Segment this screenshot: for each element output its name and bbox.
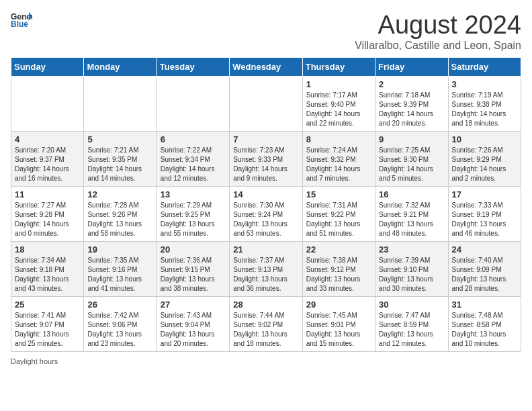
calendar-cell: 11Sunrise: 7:27 AM Sunset: 9:28 PM Dayli… xyxy=(11,187,84,242)
day-number: 10 xyxy=(452,134,517,144)
column-header-wednesday: Wednesday xyxy=(230,58,302,77)
day-info: Sunrise: 7:20 AM Sunset: 9:37 PM Dayligh… xyxy=(15,146,80,183)
calendar-cell: 25Sunrise: 7:41 AM Sunset: 9:07 PM Dayli… xyxy=(11,297,84,352)
calendar-cell: 3Sunrise: 7:19 AM Sunset: 9:38 PM Daylig… xyxy=(448,77,521,132)
calendar-cell xyxy=(84,77,157,132)
page-header: General Blue August 2024 Villaralbo, Cas… xyxy=(11,11,521,52)
day-info: Sunrise: 7:33 AM Sunset: 9:19 PM Dayligh… xyxy=(452,201,517,238)
calendar-cell xyxy=(230,77,302,132)
column-header-monday: Monday xyxy=(84,58,157,77)
day-number: 27 xyxy=(161,300,226,310)
day-number: 12 xyxy=(87,189,152,199)
calendar-cell: 4Sunrise: 7:20 AM Sunset: 9:37 PM Daylig… xyxy=(11,132,84,187)
day-number: 17 xyxy=(452,189,517,199)
day-info: Sunrise: 7:26 AM Sunset: 9:29 PM Dayligh… xyxy=(452,146,517,183)
day-info: Sunrise: 7:31 AM Sunset: 9:22 PM Dayligh… xyxy=(306,201,371,238)
week-row-4: 18Sunrise: 7:34 AM Sunset: 9:18 PM Dayli… xyxy=(11,242,521,297)
day-info: Sunrise: 7:45 AM Sunset: 9:01 PM Dayligh… xyxy=(306,311,371,349)
day-number: 25 xyxy=(15,300,80,310)
calendar-cell: 8Sunrise: 7:24 AM Sunset: 9:32 PM Daylig… xyxy=(302,132,375,187)
day-number: 19 xyxy=(87,244,152,255)
calendar-cell: 2Sunrise: 7:18 AM Sunset: 9:39 PM Daylig… xyxy=(375,77,448,132)
calendar-cell: 19Sunrise: 7:35 AM Sunset: 9:16 PM Dayli… xyxy=(84,242,157,297)
calendar-cell: 15Sunrise: 7:31 AM Sunset: 9:22 PM Dayli… xyxy=(302,187,375,242)
week-row-1: 1Sunrise: 7:17 AM Sunset: 9:40 PM Daylig… xyxy=(11,77,521,132)
day-number: 11 xyxy=(15,189,80,199)
day-info: Sunrise: 7:17 AM Sunset: 9:40 PM Dayligh… xyxy=(306,91,371,128)
day-number: 30 xyxy=(379,300,444,310)
calendar-cell: 23Sunrise: 7:39 AM Sunset: 9:10 PM Dayli… xyxy=(375,242,448,297)
logo-icon: General Blue xyxy=(11,11,32,30)
day-info: Sunrise: 7:19 AM Sunset: 9:38 PM Dayligh… xyxy=(452,91,517,128)
month-title: August 2024 xyxy=(355,11,521,40)
location-title: Villaralbo, Castille and Leon, Spain xyxy=(355,40,521,52)
title-block: August 2024 Villaralbo, Castille and Leo… xyxy=(355,11,521,52)
week-row-3: 11Sunrise: 7:27 AM Sunset: 9:28 PM Dayli… xyxy=(11,187,521,242)
column-header-saturday: Saturday xyxy=(448,58,521,77)
calendar-cell: 29Sunrise: 7:45 AM Sunset: 9:01 PM Dayli… xyxy=(302,297,375,352)
day-number: 22 xyxy=(306,244,371,255)
footer: Daylight hours xyxy=(11,357,521,365)
day-info: Sunrise: 7:21 AM Sunset: 9:35 PM Dayligh… xyxy=(87,146,152,183)
calendar-cell: 26Sunrise: 7:42 AM Sunset: 9:06 PM Dayli… xyxy=(84,297,157,352)
calendar-header: SundayMondayTuesdayWednesdayThursdayFrid… xyxy=(11,58,521,77)
calendar-cell: 30Sunrise: 7:47 AM Sunset: 8:59 PM Dayli… xyxy=(375,297,448,352)
calendar-cell: 13Sunrise: 7:29 AM Sunset: 9:25 PM Dayli… xyxy=(157,187,229,242)
calendar-cell xyxy=(11,77,84,132)
calendar-cell: 10Sunrise: 7:26 AM Sunset: 9:29 PM Dayli… xyxy=(448,132,521,187)
calendar-cell: 7Sunrise: 7:23 AM Sunset: 9:33 PM Daylig… xyxy=(230,132,302,187)
calendar-cell: 31Sunrise: 7:48 AM Sunset: 8:58 PM Dayli… xyxy=(448,297,521,352)
day-number: 1 xyxy=(306,79,371,89)
logo: General Blue xyxy=(11,11,32,30)
calendar-table: SundayMondayTuesdayWednesdayThursdayFrid… xyxy=(11,57,521,352)
calendar-cell: 24Sunrise: 7:40 AM Sunset: 9:09 PM Dayli… xyxy=(448,242,521,297)
day-number: 24 xyxy=(452,244,517,255)
calendar-cell: 20Sunrise: 7:36 AM Sunset: 9:15 PM Dayli… xyxy=(157,242,229,297)
day-info: Sunrise: 7:37 AM Sunset: 9:13 PM Dayligh… xyxy=(233,256,298,293)
day-info: Sunrise: 7:48 AM Sunset: 8:58 PM Dayligh… xyxy=(452,311,517,349)
calendar-cell: 27Sunrise: 7:43 AM Sunset: 9:04 PM Dayli… xyxy=(157,297,229,352)
calendar-cell: 14Sunrise: 7:30 AM Sunset: 9:24 PM Dayli… xyxy=(230,187,302,242)
day-number: 29 xyxy=(306,300,371,310)
day-info: Sunrise: 7:30 AM Sunset: 9:24 PM Dayligh… xyxy=(233,201,298,238)
day-number: 28 xyxy=(233,300,298,310)
calendar-cell: 9Sunrise: 7:25 AM Sunset: 9:30 PM Daylig… xyxy=(375,132,448,187)
daylight-label: Daylight hours xyxy=(11,357,58,365)
day-info: Sunrise: 7:24 AM Sunset: 9:32 PM Dayligh… xyxy=(306,146,371,183)
calendar-cell xyxy=(157,77,229,132)
column-header-sunday: Sunday xyxy=(11,58,84,77)
day-info: Sunrise: 7:34 AM Sunset: 9:18 PM Dayligh… xyxy=(15,256,80,293)
day-info: Sunrise: 7:29 AM Sunset: 9:25 PM Dayligh… xyxy=(161,201,226,238)
day-info: Sunrise: 7:27 AM Sunset: 9:28 PM Dayligh… xyxy=(15,201,80,238)
calendar-cell: 22Sunrise: 7:38 AM Sunset: 9:12 PM Dayli… xyxy=(302,242,375,297)
day-number: 7 xyxy=(233,134,298,144)
day-info: Sunrise: 7:35 AM Sunset: 9:16 PM Dayligh… xyxy=(87,256,152,293)
week-row-2: 4Sunrise: 7:20 AM Sunset: 9:37 PM Daylig… xyxy=(11,132,521,187)
day-number: 18 xyxy=(15,244,80,255)
calendar-cell: 18Sunrise: 7:34 AM Sunset: 9:18 PM Dayli… xyxy=(11,242,84,297)
day-number: 5 xyxy=(87,134,152,144)
day-number: 9 xyxy=(379,134,444,144)
calendar-cell: 28Sunrise: 7:44 AM Sunset: 9:02 PM Dayli… xyxy=(230,297,302,352)
day-number: 26 xyxy=(87,300,152,310)
day-number: 6 xyxy=(161,134,226,144)
day-info: Sunrise: 7:40 AM Sunset: 9:09 PM Dayligh… xyxy=(452,256,517,293)
calendar-cell: 1Sunrise: 7:17 AM Sunset: 9:40 PM Daylig… xyxy=(302,77,375,132)
day-info: Sunrise: 7:38 AM Sunset: 9:12 PM Dayligh… xyxy=(306,256,371,293)
day-number: 15 xyxy=(306,189,371,199)
week-row-5: 25Sunrise: 7:41 AM Sunset: 9:07 PM Dayli… xyxy=(11,297,521,352)
day-info: Sunrise: 7:25 AM Sunset: 9:30 PM Dayligh… xyxy=(379,146,444,183)
column-header-tuesday: Tuesday xyxy=(157,58,229,77)
day-info: Sunrise: 7:32 AM Sunset: 9:21 PM Dayligh… xyxy=(379,201,444,238)
day-number: 23 xyxy=(379,244,444,255)
day-info: Sunrise: 7:44 AM Sunset: 9:02 PM Dayligh… xyxy=(233,311,298,349)
day-info: Sunrise: 7:36 AM Sunset: 9:15 PM Dayligh… xyxy=(161,256,226,293)
day-number: 16 xyxy=(379,189,444,199)
day-number: 14 xyxy=(233,189,298,199)
day-info: Sunrise: 7:42 AM Sunset: 9:06 PM Dayligh… xyxy=(87,311,152,349)
calendar-cell: 21Sunrise: 7:37 AM Sunset: 9:13 PM Dayli… xyxy=(230,242,302,297)
day-number: 31 xyxy=(452,300,517,310)
day-number: 2 xyxy=(379,79,444,89)
day-info: Sunrise: 7:18 AM Sunset: 9:39 PM Dayligh… xyxy=(379,91,444,128)
day-info: Sunrise: 7:47 AM Sunset: 8:59 PM Dayligh… xyxy=(379,311,444,349)
